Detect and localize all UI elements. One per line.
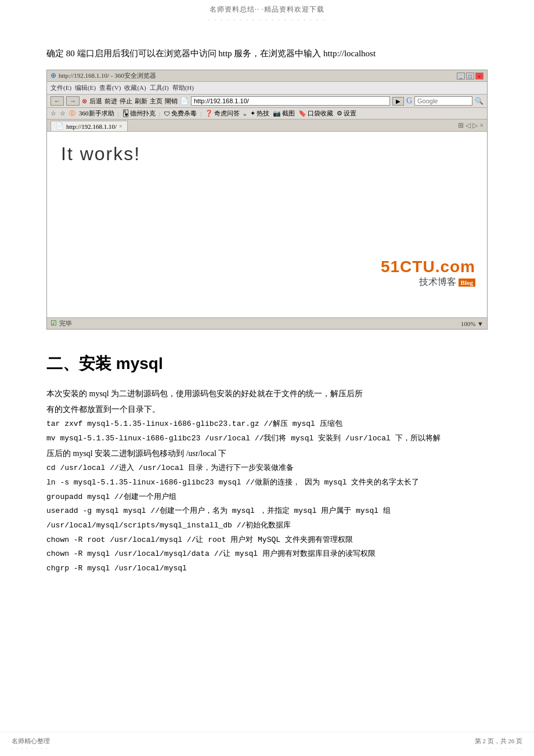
tab-prev-icon[interactable]: ◁ bbox=[466, 121, 471, 130]
shield-icon: 🛡 bbox=[164, 110, 170, 117]
watermark-blog-badge: Blog bbox=[459, 278, 475, 287]
fav-360-help[interactable]: 360新手求助 bbox=[79, 109, 114, 118]
browser-title-text: http://192.168.1.10/ - 360安全浏览器 bbox=[59, 71, 156, 80]
address-input[interactable] bbox=[191, 96, 390, 106]
browser-title-bar: ⊕ http://192.168.1.10/ - 360安全浏览器 _ □ × bbox=[47, 70, 487, 82]
browser-window-controls[interactable]: _ □ × bbox=[457, 73, 484, 79]
fav-qa[interactable]: ❓ 奇虎问答 bbox=[205, 109, 240, 118]
instruction-line-8: useradd -g mysql mysql //创建一个用户，名为 mysql… bbox=[46, 504, 488, 519]
browser-tabbar: 📄 http://192.168.1.10/ × ⊞ ◁ ▷ × bbox=[47, 120, 487, 132]
menu-edit[interactable]: 编辑(E) bbox=[75, 84, 96, 92]
instruction-line-12: chgrp -R mysql /usr/local/mysql bbox=[46, 562, 488, 576]
browser-menubar: 文件(E) 编辑(E) 查看(V) 收藏(A) 工具(I) 帮助(H) bbox=[47, 82, 487, 95]
main-content: 确定 80 端口启用后我们可以在浏览器中访问 http 服务，在浏览器中输入 h… bbox=[0, 46, 534, 576]
fav-divider3: | bbox=[200, 110, 201, 117]
star2-icon: ☆ bbox=[60, 110, 66, 117]
address-bar-container: 📄 ▶ G 🔍 bbox=[180, 96, 484, 106]
back-button[interactable]: ← bbox=[50, 96, 64, 106]
nav-misc-text[interactable]: 閘销 bbox=[165, 97, 178, 106]
fav-more[interactable]: » bbox=[243, 110, 247, 117]
tab-page-icon: 📄 bbox=[56, 122, 64, 130]
fav-screenshot[interactable]: 📷 截图 bbox=[273, 109, 295, 118]
star-icon: ☆ bbox=[50, 110, 56, 117]
footer-page-number: 第 2 页，共 26 页 bbox=[475, 737, 523, 746]
browser-navbar: ← → ⊗ 后退 前进 停止 刷新 主页 閘销 📄 ▶ G 🔍 bbox=[47, 95, 487, 108]
menu-view[interactable]: 查看(V) bbox=[99, 84, 121, 92]
close-button[interactable]: × bbox=[475, 73, 484, 79]
footer-left-text: 名师精心整理 bbox=[12, 737, 50, 746]
watermark-blog-text: 技术博客 bbox=[419, 276, 456, 288]
nav-refresh-text[interactable]: 刷新 bbox=[135, 97, 147, 106]
tab-next-icon[interactable]: ▷ bbox=[472, 121, 478, 130]
browser-content-area: It works! 51CTU.com 技术博客 Blog bbox=[47, 132, 487, 317]
status-zoom[interactable]: 100% ▼ bbox=[461, 320, 484, 327]
maximize-button[interactable]: □ bbox=[466, 73, 474, 79]
page-footer: 名师精心整理 · · · · · · · · 第 2 页，共 26 页 · · … bbox=[0, 732, 534, 756]
favorites-bar: ☆ ☆ ⓪ 360新手求助 | 🂱 德州扑克 | 🛡 免费杀毒 | ❓ 奇虎问答… bbox=[47, 108, 487, 120]
watermark-51cto-text: 51CTU.com bbox=[381, 258, 475, 276]
header-dots: · · · · · · · · · · · · · · · · · · · bbox=[0, 17, 534, 23]
tab-label: http://192.168.1.10/ bbox=[66, 123, 117, 130]
fav-poker[interactable]: 🂱 德州扑克 bbox=[122, 109, 156, 118]
instruction-block: 本次安装的 mysql 为二进制源码包，使用源码包安装的好处就在于文件的统一，解… bbox=[46, 386, 488, 576]
tab-close-button[interactable]: × bbox=[119, 123, 122, 129]
status-icon: ☑ bbox=[50, 319, 57, 328]
search-submit-icon[interactable]: 🔍 bbox=[475, 97, 484, 106]
instruction-line-10: chown -R root /usr/local/mysql //让 root … bbox=[46, 533, 488, 548]
page-header: 名师资料总结·· ·精品资料欢迎下载 bbox=[0, 0, 534, 17]
footer-left-dots: · · · · · · · · bbox=[12, 746, 50, 751]
footer-right: 第 2 页，共 26 页 · · · · · · · · bbox=[475, 737, 523, 751]
stop-label[interactable]: ⊗ bbox=[82, 97, 87, 105]
browser-watermark: 51CTU.com 技术博客 Blog bbox=[381, 258, 475, 288]
instruction-line-1: 有的文件都放置到一个目录下。 bbox=[46, 402, 488, 418]
fav-antivirus[interactable]: 🛡 免费杀毒 bbox=[164, 109, 197, 118]
instruction-line-11: chown -R mysql /usr/local/mysql/data //让… bbox=[46, 547, 488, 562]
poker-icon: 🂱 bbox=[122, 110, 129, 117]
status-text: 完毕 bbox=[59, 319, 72, 328]
header-title: 名师资料总结·· ·精品资料欢迎下载 bbox=[210, 5, 324, 13]
forward-button[interactable]: → bbox=[66, 96, 80, 106]
search-icon: G bbox=[406, 96, 412, 106]
browser-tab-active[interactable]: 📄 http://192.168.1.10/ × bbox=[50, 121, 128, 131]
watermark-blog-line: 技术博客 Blog bbox=[381, 276, 475, 288]
browser-screenshot: ⊕ http://192.168.1.10/ - 360安全浏览器 _ □ × … bbox=[46, 70, 488, 330]
fav-divider2: | bbox=[159, 110, 160, 117]
nav-home-text[interactable]: 主页 bbox=[150, 97, 163, 106]
intro-text: 确定 80 端口启用后我们可以在浏览器中访问 http 服务，在浏览器中输入 h… bbox=[46, 46, 488, 60]
fav-bookmark[interactable]: 🔖 口袋收藏 bbox=[298, 109, 333, 118]
menu-help[interactable]: 帮助(H) bbox=[172, 84, 194, 92]
menu-favorites[interactable]: 收藏(A) bbox=[124, 84, 146, 92]
search-input[interactable] bbox=[414, 96, 472, 106]
tab-grid-icon[interactable]: ⊞ bbox=[458, 121, 464, 130]
menu-file[interactable]: 文件(E) bbox=[50, 84, 71, 92]
nav-stop-text[interactable]: 停止 bbox=[120, 97, 132, 106]
nav-back-text: 后退 bbox=[89, 97, 102, 106]
minimize-button[interactable]: _ bbox=[457, 73, 465, 79]
instruction-line-3: mv mysql-5.1.35-linux-i686-glibc23 /usr/… bbox=[46, 432, 488, 446]
menu-tools[interactable]: 工具(I) bbox=[150, 84, 169, 92]
fav-settings[interactable]: ⚙ 设置 bbox=[337, 109, 356, 118]
instruction-line-9: /usr/local/mysql/scripts/mysql_install_d… bbox=[46, 519, 488, 533]
instruction-line-4: 压后的 mysql 安装二进制源码包移动到 /usr/local 下 bbox=[46, 446, 488, 462]
section2-heading: 二、安装 mysql bbox=[46, 353, 488, 375]
instruction-line-7: groupadd mysql //创建一个用户组 bbox=[46, 490, 488, 505]
browser-statusbar: ☑ 完毕 100% ▼ bbox=[47, 317, 487, 329]
status-left: ☑ 完毕 bbox=[50, 319, 72, 328]
fav-hot[interactable]: ✦ 热技 bbox=[250, 109, 270, 118]
bookmark-icon: 🔖 bbox=[298, 110, 306, 117]
qa-icon: ❓ bbox=[205, 110, 213, 117]
instruction-line-2: tar zxvf mysql-5.1.35-linux-i686-glibc23… bbox=[46, 417, 488, 432]
it-works-heading: It works! bbox=[61, 143, 473, 165]
fav-360-icon: ⓪ bbox=[69, 109, 75, 118]
instruction-line-0: 本次安装的 mysql 为二进制源码包，使用源码包安装的好处就在于文件的统一，解… bbox=[46, 386, 488, 402]
instruction-line-5: cd /usr/local //进入 /usr/local 目录，为进行下一步安… bbox=[46, 461, 488, 476]
page-icon: 📄 bbox=[180, 97, 189, 106]
fav-divider1: | bbox=[118, 110, 119, 117]
tab-new-icon[interactable]: × bbox=[479, 121, 484, 130]
nav-forward-text: 前进 bbox=[104, 97, 117, 106]
go-button[interactable]: ▶ bbox=[392, 97, 404, 106]
camera-icon: 📷 bbox=[273, 110, 281, 117]
instruction-line-6: ln -s mysql-5.1.35-linux-i686-glibc23 my… bbox=[46, 476, 488, 490]
gear-icon: ⚙ bbox=[337, 110, 342, 117]
browser-title-left: ⊕ http://192.168.1.10/ - 360安全浏览器 bbox=[50, 71, 156, 80]
